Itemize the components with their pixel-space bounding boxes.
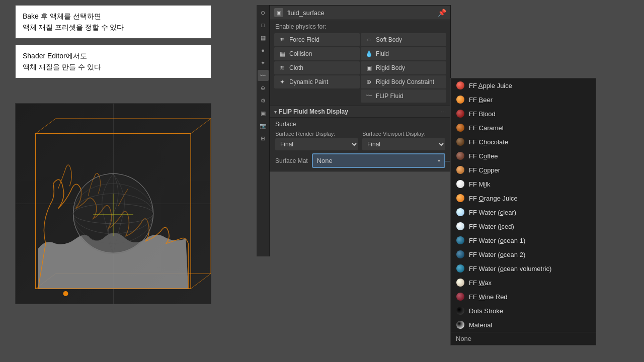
physics-btn-flip-fluid[interactable]: 〰 FLIP Fluid	[361, 89, 446, 103]
sidebar-icon-mesh[interactable]: ▦	[258, 32, 269, 43]
dropdown-item-icon-6	[456, 165, 465, 174]
collapse-arrow-icon: ▾	[274, 109, 277, 115]
dropdown-item-9[interactable]: FF Water (clear)	[451, 205, 596, 219]
svg-point-32	[456, 307, 464, 315]
dropdown-item-icon-4	[456, 137, 465, 146]
dropdown-item-label-15: FF Wine Red	[469, 293, 508, 301]
sidebar-icon-object-data[interactable]: ▣	[258, 108, 269, 119]
annotation-text-2: 액체 재질 프리셋을 정할 수 있다	[23, 23, 124, 31]
render-display-select[interactable]: Final	[275, 138, 358, 150]
dropdown-item-14[interactable]: FF Wax	[451, 276, 596, 290]
annotation-text-4: 액체 재질을 만들 수 있다	[23, 63, 101, 71]
sidebar-icon-particles[interactable]: ✦	[258, 57, 269, 68]
properties-sidebar: ⊙ □ ▦ ● ✦ 〰 ⊕ ⚙ ▣ 📷 ⊞	[257, 5, 270, 256]
dropdown-item-label-10: FF Water (iced)	[469, 223, 514, 230]
dynamic-paint-label: Dynamic Paint	[289, 78, 328, 85]
sidebar-icon-grid[interactable]: ⊞	[258, 133, 269, 144]
sidebar-icon-physics[interactable]: 〰	[258, 70, 269, 81]
dropdown-item-label-12: FF Water (ocean 2)	[469, 251, 525, 258]
cloth-label: Cloth	[289, 64, 303, 71]
viewport[interactable]	[15, 103, 211, 304]
dropdown-item-icon-12	[456, 250, 465, 259]
dropdown-item-icon-8	[456, 194, 465, 203]
sidebar-icon-object[interactable]: □	[258, 20, 269, 31]
dropdown-item-7[interactable]: FF Milk	[451, 177, 596, 191]
dropdown-item-15[interactable]: FF Wine Red	[451, 290, 596, 304]
sidebar-icon-render[interactable]: 📷	[258, 120, 269, 131]
physics-grid: ≋ Force Field ○ Soft Body ▦ Collision 💧 …	[270, 32, 450, 106]
dropdown-item-label-3: FF Caramel	[469, 124, 504, 132]
annotation-area: Bake 후 액체를 선택하면 액체 재질 프리셋을 정할 수 있다 Shade…	[15, 5, 211, 78]
force-field-label: Force Field	[289, 36, 319, 43]
fluid-icon: 💧	[365, 50, 373, 58]
dropdown-item-11[interactable]: FF Water (ocean 1)	[451, 233, 596, 247]
physics-btn-soft-body[interactable]: ○ Soft Body	[361, 33, 446, 46]
dropdown-item-label-6: FF Copper	[469, 166, 500, 174]
dropdown-item-3[interactable]: FF Caramel	[451, 121, 596, 135]
dropdown-item-icon-7	[456, 179, 465, 189]
dropdown-item-12[interactable]: FF Water (ocean 2)	[451, 247, 596, 261]
physics-btn-rigid-body[interactable]: ▣ Rigid Body	[361, 61, 446, 74]
sidebar-icon-constraints[interactable]: ⊕	[258, 82, 269, 94]
svg-point-26	[456, 222, 464, 230]
force-field-icon: ≋	[278, 36, 286, 44]
soft-body-label: Soft Body	[376, 36, 402, 43]
dropdown-item-8[interactable]: FF Orange Juice	[451, 191, 596, 205]
sidebar-icon-scene[interactable]: ⊙	[258, 7, 269, 18]
physics-btn-rigid-constraint[interactable]: ⊕ Rigid Body Constraint	[361, 75, 446, 88]
dropdown-item-icon-10	[456, 222, 465, 231]
dropdown-item-icon-13	[456, 264, 465, 273]
flip-fluid-section-header[interactable]: ▾ FLIP Fluid Mesh Display ···	[270, 106, 450, 118]
physics-btn-fluid[interactable]: 💧 Fluid	[361, 47, 446, 60]
render-display-col: Surface Render Display: Final	[275, 131, 358, 150]
dropdown-item-16[interactable]: Dots Stroke	[451, 304, 596, 318]
svg-point-18	[456, 110, 464, 118]
section-header-label: FLIP Fluid Mesh Display	[279, 108, 348, 115]
surface-mat-dropdown[interactable]: None ▾	[312, 153, 445, 168]
dropdown-item-10[interactable]: FF Water (iced)	[451, 219, 596, 233]
sidebar-icon-modifiers[interactable]: ⚙	[258, 95, 269, 106]
dropdown-item-17[interactable]: Material	[451, 318, 596, 332]
viewport-display-select[interactable]: Final	[362, 138, 445, 150]
panel-title: fluid_surface	[287, 9, 434, 17]
props-content: Enable physics for: ≋ Force Field ○ Soft…	[270, 20, 450, 171]
dropdown-item-1[interactable]: FF Beer	[451, 93, 596, 107]
dropdown-item-2[interactable]: FF Blood	[451, 107, 596, 121]
annotation-box-2: Shader Editor에서도 액체 재질을 만들 수 있다	[15, 45, 211, 78]
annotation-text-1: Bake 후 액체를 선택하면	[23, 12, 101, 20]
dropdown-item-0[interactable]: FF Apple Juice	[451, 78, 596, 93]
dropdown-item-5[interactable]: FF Coffee	[451, 149, 596, 163]
svg-point-25	[456, 208, 464, 216]
collision-label: Collision	[289, 50, 312, 57]
annotation-box-1: Bake 후 액체를 선택하면 액체 재질 프리셋을 정할 수 있다	[15, 5, 211, 39]
dropdown-item-label-11: FF Water (ocean 1)	[469, 237, 525, 244]
svg-point-19	[456, 124, 464, 132]
svg-point-27	[456, 236, 464, 244]
collision-icon: ▦	[278, 50, 286, 58]
physics-btn-cloth[interactable]: ≋ Cloth	[274, 61, 360, 74]
dropdown-item-icon-2	[456, 109, 465, 118]
dropdown-item-label-8: FF Orange Juice	[469, 195, 518, 202]
dynamic-paint-icon: ✦	[278, 78, 286, 86]
annotation-text-3: Shader Editor에서도	[23, 52, 87, 60]
viewport-display-col: Surface Viewport Display: Final	[362, 131, 445, 150]
sidebar-icon-material[interactable]: ●	[258, 45, 269, 56]
svg-point-24	[456, 194, 464, 202]
dropdown-none[interactable]: None	[451, 332, 596, 345]
physics-btn-collision[interactable]: ▦ Collision	[274, 47, 360, 60]
physics-btn-force-field[interactable]: ≋ Force Field	[274, 33, 360, 46]
svg-point-33	[456, 321, 464, 329]
svg-line-2	[191, 119, 211, 134]
dropdown-item-4[interactable]: FF Chocolate	[451, 135, 596, 149]
svg-point-17	[456, 96, 464, 104]
dropdown-item-13[interactable]: FF Water (ocean volumetric)	[451, 261, 596, 276]
dropdown-item-label-4: FF Chocolate	[469, 138, 508, 146]
physics-btn-dynamic-paint[interactable]: ✦ Dynamic Paint	[274, 75, 360, 88]
dropdown-item-icon-3	[456, 123, 465, 132]
dropdown-item-label-14: FF Wax	[469, 279, 492, 287]
viewport-display-label: Surface Viewport Display:	[362, 131, 445, 137]
dropdown-item-6[interactable]: FF Copper	[451, 163, 596, 177]
rigid-body-label: Rigid Body	[376, 64, 405, 71]
svg-point-22	[456, 166, 464, 174]
pin-icon[interactable]: 📌	[438, 9, 446, 17]
